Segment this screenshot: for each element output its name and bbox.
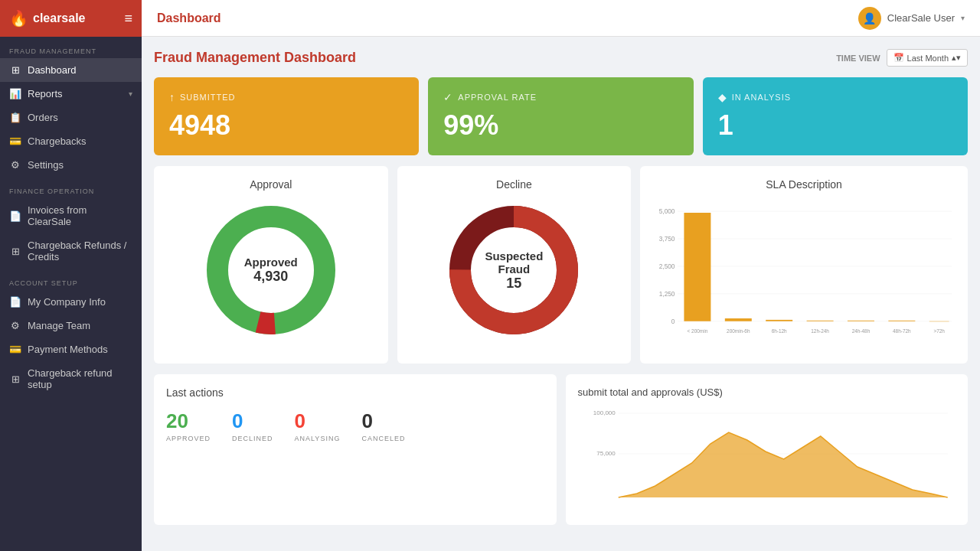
actions-stats: 20 APPROVED 0 DECLINED 0 ANALYSING 0 CAN… [166, 409, 544, 442]
svg-rect-24 [848, 321, 874, 321]
sidebar-section-fraud: FRAUD MANAGEMENT [0, 37, 142, 58]
svg-marker-34 [618, 432, 947, 497]
user-menu[interactable]: 👤 ClearSale User ▾ [858, 7, 965, 30]
svg-text:2,500: 2,500 [659, 263, 675, 270]
user-dropdown-icon: ▾ [961, 14, 965, 22]
sidebar-item-payment-methods[interactable]: 💳 Payment Methods [0, 337, 142, 361]
dashboard-icon: ⊞ [9, 64, 21, 76]
sidebar-item-my-company[interactable]: 📄 My Company Info [0, 290, 142, 314]
svg-text:3,750: 3,750 [659, 236, 675, 243]
svg-text:1,250: 1,250 [659, 291, 675, 298]
action-analysing: 0 ANALYSING [295, 409, 341, 442]
approval-rate-icon: ✓ [443, 91, 453, 103]
settings-icon: ⚙ [9, 159, 21, 171]
user-name: ClearSale User [887, 12, 955, 24]
sidebar-section-account: ACCOUNT SETUP [0, 269, 142, 290]
sidebar: 🔥 clearsale ≡ FRAUD MANAGEMENT ⊞ Dashboa… [0, 0, 142, 551]
svg-rect-16 [684, 213, 711, 321]
svg-text:12h-24h: 12h-24h [811, 328, 829, 334]
approval-rate-value: 99% [443, 109, 678, 142]
avatar: 👤 [858, 7, 881, 30]
approval-chart-card: Approval Approved 4,930 [154, 166, 388, 364]
approval-center-label: Approved [244, 256, 298, 269]
svg-text:5,000: 5,000 [659, 208, 675, 215]
in-analysis-icon: ◆ [718, 91, 727, 103]
sidebar-item-orders[interactable]: 📋 Orders [0, 106, 142, 129]
chargebacks-icon: 💳 [9, 135, 21, 147]
sla-bar-chart: 5,000 3,750 2,500 1,250 0 [652, 198, 956, 351]
svg-text:200min-6h: 200min-6h [727, 328, 750, 334]
sidebar-item-manage-team[interactable]: ⚙ Manage Team [0, 314, 142, 337]
in-analysis-label: IN ANALYSIS [732, 93, 791, 102]
reports-icon: 📊 [9, 88, 21, 99]
sidebar-label-payment-methods: Payment Methods [28, 344, 132, 355]
page-title: Dashboard [157, 11, 221, 25]
in-analysis-value: 1 [718, 109, 952, 142]
payment-icon: 💳 [9, 344, 21, 355]
chargeback-refunds-icon: ⊞ [9, 246, 21, 257]
stat-in-analysis: ◆ IN ANALYSIS 1 [703, 77, 968, 155]
decline-donut-center: Suspected Fraud 15 [479, 249, 548, 292]
sidebar-item-dashboard[interactable]: ⊞ Dashboard [0, 58, 142, 82]
declined-value: 0 [232, 409, 243, 433]
svg-text:100,000: 100,000 [593, 409, 615, 416]
svg-rect-26 [889, 321, 916, 321]
sidebar-label-dashboard: Dashboard [28, 64, 132, 76]
approval-chart-title: Approval [166, 178, 376, 191]
svg-text:75,000: 75,000 [596, 450, 616, 457]
decline-center-value: 15 [479, 276, 548, 292]
svg-text:6h-12h: 6h-12h [772, 328, 787, 334]
canceled-value: 0 [361, 409, 372, 433]
decline-center-label: Suspected Fraud [479, 249, 548, 276]
stat-approval-rate: ✓ APPROVAL RATE 99% [428, 77, 693, 155]
sidebar-item-chargeback-setup[interactable]: ⊞ Chargeback refund setup [0, 361, 142, 396]
sidebar-item-settings[interactable]: ⚙ Settings [0, 153, 142, 177]
time-view-control: TIME VIEW 📅 Last Month ▴▾ [836, 49, 968, 67]
logo-icon: 🔥 [9, 9, 28, 28]
reports-arrow-icon: ▾ [129, 90, 132, 98]
action-approved: 20 APPROVED [166, 409, 211, 442]
stat-submitted: ↑ SUBMITTED 4948 [154, 77, 419, 155]
dashboard-content: Fraud Management Dashboard TIME VIEW 📅 L… [142, 37, 980, 551]
sidebar-header: 🔥 clearsale ≡ [0, 0, 142, 37]
declined-label: DECLINED [232, 435, 273, 442]
time-period-arrow: ▴▾ [952, 53, 961, 63]
bottom-row: Last actions 20 APPROVED 0 DECLINED 0 AN… [154, 374, 968, 525]
approved-label: APPROVED [166, 435, 211, 442]
svg-text:48h-72h: 48h-72h [893, 328, 911, 334]
action-canceled: 0 CANCELED [361, 409, 405, 442]
sidebar-label-chargebacks: Chargebacks [28, 135, 132, 147]
team-icon: ⚙ [9, 320, 21, 331]
decline-donut: Suspected Fraud 15 [445, 201, 583, 339]
hamburger-button[interactable]: ≡ [124, 11, 132, 27]
submitted-icon: ↑ [169, 91, 175, 103]
submitted-value: 4948 [169, 109, 403, 142]
sidebar-item-chargebacks[interactable]: 💳 Chargebacks [0, 129, 142, 153]
svg-text:< 200min: < 200min [688, 328, 708, 334]
svg-text:0: 0 [671, 318, 675, 325]
sidebar-item-reports[interactable]: 📊 Reports ▾ [0, 82, 142, 106]
time-period-selector[interactable]: 📅 Last Month ▴▾ [887, 49, 968, 67]
svg-rect-22 [807, 321, 834, 321]
dashboard-header: Fraud Management Dashboard TIME VIEW 📅 L… [154, 49, 968, 67]
top-bar: Dashboard 👤 ClearSale User ▾ [142, 0, 980, 37]
app-logo: 🔥 clearsale [9, 9, 86, 28]
area-chart: 100,000 75,000 [578, 406, 956, 513]
sidebar-item-chargeback-refunds[interactable]: ⊞ Chargeback Refunds / Credits [0, 233, 142, 269]
sla-chart-card: SLA Description 5,000 3,750 2,500 1,250 … [640, 166, 968, 364]
area-chart-title: submit total and approvals (US$) [578, 386, 956, 398]
action-declined: 0 DECLINED [232, 409, 273, 442]
invoices-icon: 📄 [9, 210, 21, 222]
middle-row: Approval Approved 4,930 [154, 166, 968, 364]
approval-donut: Approved 4,930 [202, 201, 340, 339]
sidebar-label-reports: Reports [28, 88, 122, 99]
sidebar-label-invoices: Invoices from ClearSale [28, 204, 132, 227]
last-actions-title: Last actions [166, 386, 544, 399]
sidebar-label-manage-team: Manage Team [28, 320, 132, 331]
logo-text: clearsale [33, 11, 86, 25]
time-view-label: TIME VIEW [836, 54, 880, 63]
sidebar-label-chargeback-setup: Chargeback refund setup [28, 367, 132, 390]
analysing-label: ANALYSING [295, 435, 341, 442]
sidebar-item-invoices[interactable]: 📄 Invoices from ClearSale [0, 198, 142, 233]
sidebar-label-my-company: My Company Info [28, 296, 132, 308]
